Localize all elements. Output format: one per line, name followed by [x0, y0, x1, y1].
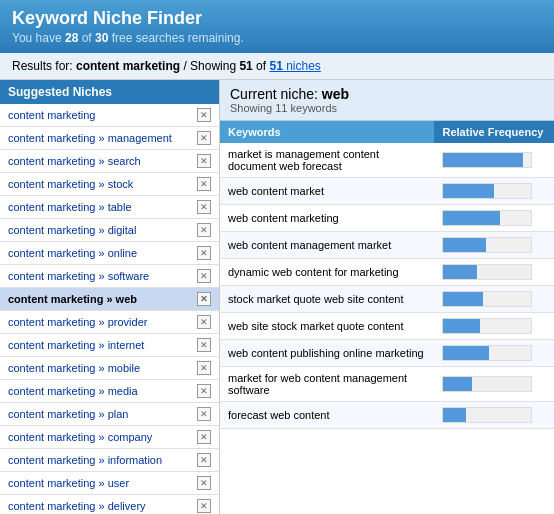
frequency-cell — [434, 232, 554, 259]
niche-item-icon: ✕ — [197, 453, 211, 467]
niche-list-item[interactable]: content marketing » stock✕ — [0, 173, 219, 196]
keyword-row: market for web content management softwa… — [220, 367, 554, 402]
keyword-row: forecast web content — [220, 402, 554, 429]
frequency-bar-container — [442, 264, 532, 280]
niche-item-label: content marketing » plan — [8, 408, 128, 420]
niche-list-item[interactable]: content marketing » search✕ — [0, 150, 219, 173]
niche-list-item[interactable]: content marketing » software✕ — [0, 265, 219, 288]
niche-item-label: content marketing » delivery — [8, 500, 146, 512]
keyword-text: web content publishing online marketing — [220, 340, 434, 367]
niche-item-icon: ✕ — [197, 246, 211, 260]
frequency-column-header: Relative Frequency — [434, 121, 554, 143]
keyword-row: web content marketing — [220, 205, 554, 232]
frequency-cell — [434, 143, 554, 178]
header-subtitle: You have 28 of 30 free searches remainin… — [12, 31, 542, 45]
niche-item-label: content marketing » user — [8, 477, 129, 489]
frequency-cell — [434, 205, 554, 232]
niche-list-item[interactable]: content marketing » provider✕ — [0, 311, 219, 334]
frequency-cell — [434, 259, 554, 286]
niche-name: web — [322, 86, 349, 102]
niche-list-item[interactable]: content marketing » management✕ — [0, 127, 219, 150]
keyword-text: web content marketing — [220, 205, 434, 232]
keyword-row: web site stock market quote content — [220, 313, 554, 340]
frequency-bar-container — [442, 210, 532, 226]
niche-item-icon: ✕ — [197, 430, 211, 444]
frequency-bar — [443, 184, 494, 198]
keyword-text: forecast web content — [220, 402, 434, 429]
niche-item-label: content marketing » information — [8, 454, 162, 466]
frequency-bar-container — [442, 291, 532, 307]
niche-item-icon: ✕ — [197, 292, 211, 306]
frequency-bar-container — [442, 237, 532, 253]
niche-list-item[interactable]: content marketing » web✕ — [0, 288, 219, 311]
frequency-cell — [434, 313, 554, 340]
niche-item-label: content marketing » table — [8, 201, 132, 213]
niche-item-label: content marketing » stock — [8, 178, 133, 190]
niche-item-label: content marketing » provider — [8, 316, 147, 328]
results-bar: Results for: content marketing / Showing… — [0, 53, 554, 80]
niche-list-item[interactable]: content marketing » digital✕ — [0, 219, 219, 242]
frequency-bar — [443, 377, 472, 391]
frequency-bar — [443, 265, 477, 279]
niche-item-icon: ✕ — [197, 476, 211, 490]
niche-list-item[interactable]: content marketing✕ — [0, 104, 219, 127]
suggested-niches-header: Suggested Niches — [0, 80, 219, 104]
niche-list-item[interactable]: content marketing » delivery✕ — [0, 495, 219, 514]
frequency-bar-container — [442, 376, 532, 392]
niche-item-icon: ✕ — [197, 269, 211, 283]
niches-link[interactable]: 51 niches — [269, 59, 320, 73]
keyword-row: web content market — [220, 178, 554, 205]
niche-item-icon: ✕ — [197, 338, 211, 352]
niche-list-item[interactable]: content marketing » plan✕ — [0, 403, 219, 426]
frequency-cell — [434, 340, 554, 367]
keyword-text: web content management market — [220, 232, 434, 259]
frequency-bar — [443, 211, 500, 225]
keywords-table: Keywords Relative Frequency market is ma… — [220, 121, 554, 429]
niche-item-icon: ✕ — [197, 315, 211, 329]
niche-list-item[interactable]: content marketing » internet✕ — [0, 334, 219, 357]
current-niche-header: Current niche: web Showing 11 keywords — [220, 80, 554, 121]
frequency-bar — [443, 319, 480, 333]
niche-item-label: content marketing » media — [8, 385, 138, 397]
niche-list-item[interactable]: content marketing » mobile✕ — [0, 357, 219, 380]
results-prefix: Results for: — [12, 59, 76, 73]
niche-item-label: content marketing » internet — [8, 339, 144, 351]
niche-item-icon: ✕ — [197, 154, 211, 168]
niches-list: content marketing✕content marketing » ma… — [0, 104, 219, 514]
niche-item-label: content marketing » company — [8, 431, 152, 443]
keywords-column-header: Keywords — [220, 121, 434, 143]
keyword-row: stock market quote web site content — [220, 286, 554, 313]
niche-item-icon: ✕ — [197, 499, 211, 513]
niche-list-item[interactable]: content marketing » media✕ — [0, 380, 219, 403]
header: Keyword Niche Finder You have 28 of 30 f… — [0, 0, 554, 53]
niche-item-label: content marketing » digital — [8, 224, 136, 236]
keyword-row: dynamic web content for marketing — [220, 259, 554, 286]
main-content: Suggested Niches content marketing✕conte… — [0, 80, 554, 514]
frequency-bar-container — [442, 183, 532, 199]
niche-list-item[interactable]: content marketing » information✕ — [0, 449, 219, 472]
frequency-bar-container — [442, 345, 532, 361]
keyword-row: market is management content document we… — [220, 143, 554, 178]
searches-total: 30 — [95, 31, 108, 45]
niche-list-item[interactable]: content marketing » online✕ — [0, 242, 219, 265]
keyword-text: stock market quote web site content — [220, 286, 434, 313]
right-panel: Current niche: web Showing 11 keywords K… — [220, 80, 554, 514]
frequency-bar — [443, 238, 486, 252]
niche-item-label: content marketing » web — [8, 293, 137, 305]
search-query: content marketing — [76, 59, 180, 73]
keywords-tbody: market is management content document we… — [220, 143, 554, 429]
frequency-bar — [443, 153, 523, 167]
frequency-bar-container — [442, 407, 532, 423]
niche-item-icon: ✕ — [197, 223, 211, 237]
frequency-cell — [434, 367, 554, 402]
niche-list-item[interactable]: content marketing » table✕ — [0, 196, 219, 219]
keyword-row: web content publishing online marketing — [220, 340, 554, 367]
niche-title: Current niche: web — [230, 86, 544, 102]
frequency-bar-container — [442, 152, 532, 168]
niche-list-item[interactable]: content marketing » company✕ — [0, 426, 219, 449]
niche-list-item[interactable]: content marketing » user✕ — [0, 472, 219, 495]
searches-used: 28 — [65, 31, 78, 45]
niche-item-icon: ✕ — [197, 177, 211, 191]
keyword-text: market for web content management softwa… — [220, 367, 434, 402]
frequency-bar — [443, 346, 489, 360]
